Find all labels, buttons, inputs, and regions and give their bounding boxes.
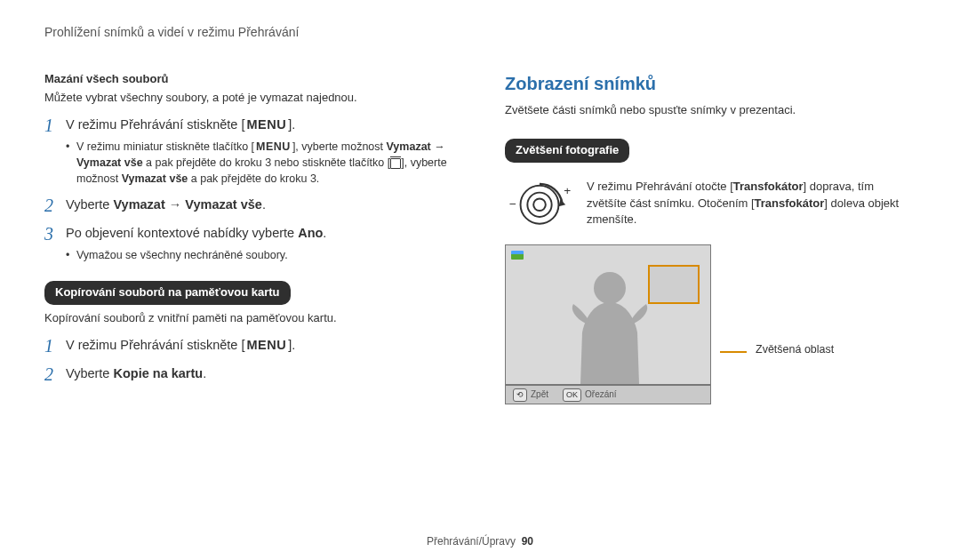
step-text: Vyberte Vymazat → Vymazat vše. <box>66 196 455 214</box>
preview-screen: ⟲ Zpět OK Ořezání <box>505 244 711 404</box>
delete-all-heading: Mazání všech souborů <box>44 71 455 88</box>
right-column: Zobrazení snímků Zvětšete části snímků n… <box>505 71 916 404</box>
text: V režimu miniatur stiskněte tlačítko [ <box>76 140 254 153</box>
step-text: Vyberte Kopie na kartu. <box>66 364 455 383</box>
bold: Vymazat vše <box>185 197 262 212</box>
content-columns: Mazání všech souborů Můžete vybrat všech… <box>44 71 916 404</box>
menu-icon: MENU <box>254 139 292 155</box>
display-images-desc: Zvětšete části snímků nebo spusťte snímk… <box>505 102 916 119</box>
crop-button[interactable]: OK Ořezání <box>556 388 624 402</box>
enlarge-photo-heading: Zvětšení fotografie <box>505 139 629 163</box>
menu-icon: MENU <box>244 336 288 355</box>
step-number: 3 <box>44 224 66 244</box>
text: V režimu Přehrávání stiskněte [ <box>66 338 244 352</box>
note-item: V režimu miniatur stiskněte tlačítko [ME… <box>66 139 455 187</box>
back-button[interactable]: ⟲ Zpět <box>506 388 556 402</box>
zoom-instruction-row: − + V režimu Přehrávání otočte [Transfok… <box>505 179 916 231</box>
text: a pak přejděte do kroku 3. <box>188 172 319 185</box>
text: . <box>323 226 326 240</box>
svg-point-1 <box>527 192 551 216</box>
text: . <box>203 366 206 380</box>
step-text: Po objevení kontextové nabídky vyberte A… <box>66 224 455 243</box>
text: ]. <box>288 338 295 352</box>
step-number: 1 <box>44 116 66 135</box>
text: . <box>262 197 266 212</box>
zoom-region-caption: Zvětšená oblast <box>756 341 834 357</box>
copy-card-desc: Kopírování souborů z vnitřní paměti na p… <box>44 310 455 327</box>
bold: Transfokátor <box>733 180 804 193</box>
text: ]. <box>288 117 295 132</box>
step-number: 2 <box>44 364 66 384</box>
text: Po objevení kontextové nabídky vyberte <box>66 226 298 240</box>
text: V režimu Přehrávání stiskněte [ <box>66 117 244 132</box>
delete-all-desc: Můžete vybrat všechny soubory, a poté je… <box>44 90 455 107</box>
text: a pak přejděte do kroku 3 nebo stiskněte… <box>143 156 391 169</box>
text: ], vyberte možnost <box>292 140 387 153</box>
delete-step-2: 2 Vyberte Vymazat → Vymazat vše. <box>44 196 455 215</box>
left-column: Mazání všech souborů Můžete vybrat všech… <box>44 71 455 404</box>
svg-text:−: − <box>509 197 516 211</box>
step-text: V režimu Přehrávání stiskněte [MENU]. <box>66 116 455 134</box>
svg-text:+: + <box>564 183 571 196</box>
text: Vyberte <box>66 366 113 380</box>
child-silhouette-icon <box>570 268 650 384</box>
crop-label: Ořezání <box>585 388 617 402</box>
text: Vyberte <box>66 197 113 212</box>
bold: Kopie na kartu <box>113 366 203 380</box>
step-number: 1 <box>44 336 66 356</box>
callout-leader-line <box>720 351 747 353</box>
copy-step-2: 2 Vyberte Kopie na kartu. <box>44 364 455 384</box>
note-item: Vymažou se všechny nechráněné soubory. <box>66 247 455 263</box>
text: → <box>165 197 186 212</box>
ok-key-icon: OK <box>563 388 581 402</box>
step-text: V režimu Přehrávání stiskněte [MENU]. <box>66 336 455 355</box>
preview-image <box>505 244 711 385</box>
zoom-dial-icon: − + <box>505 179 574 231</box>
menu-icon: MENU <box>244 116 288 134</box>
delete-step-3: 3 Po objevení kontextové nabídky vyberte… <box>44 224 455 244</box>
trash-icon <box>390 158 401 169</box>
bold: Vymazat <box>387 140 431 153</box>
zoom-region-box <box>648 265 700 304</box>
svg-point-0 <box>521 185 559 223</box>
delete-step1-notes: V režimu miniatur stiskněte tlačítko [ME… <box>66 139 455 187</box>
svg-point-6 <box>594 272 626 304</box>
text: → <box>431 140 445 153</box>
page-footer: Přehrávání/Úpravy 90 <box>0 535 960 548</box>
bold: Transfokátor <box>755 196 825 210</box>
preview-toolbar: ⟲ Zpět OK Ořezání <box>505 385 711 404</box>
bold: Vymazat vše <box>122 172 188 185</box>
zoom-description: V režimu Přehrávání otočte [Transfokátor… <box>587 179 916 229</box>
display-images-heading: Zobrazení snímků <box>505 71 916 97</box>
footer-section: Přehrávání/Úpravy <box>427 535 516 548</box>
svg-point-2 <box>533 198 546 211</box>
page-header: Prohlížení snímků a videí v režimu Přehr… <box>44 25 916 39</box>
preview-row: ⟲ Zpět OK Ořezání Zvětšená oblast <box>505 244 916 404</box>
thumbnail-icon <box>511 251 524 260</box>
page-number: 90 <box>522 535 533 548</box>
copy-step-1: 1 V režimu Přehrávání stiskněte [MENU]. <box>44 336 455 356</box>
delete-step-1: 1 V režimu Přehrávání stiskněte [MENU]. <box>44 116 455 135</box>
text: V režimu Přehrávání otočte [ <box>587 180 733 193</box>
delete-step3-notes: Vymažou se všechny nechráněné soubory. <box>66 247 455 263</box>
back-label: Zpět <box>531 388 548 402</box>
step-number: 2 <box>44 196 66 215</box>
bold: Vymazat vše <box>76 156 143 169</box>
back-key-icon: ⟲ <box>513 388 527 402</box>
copy-card-heading: Kopírování souborů na paměťovou kartu <box>44 281 291 305</box>
bold: Ano <box>298 226 323 240</box>
bold: Vymazat <box>113 197 164 212</box>
